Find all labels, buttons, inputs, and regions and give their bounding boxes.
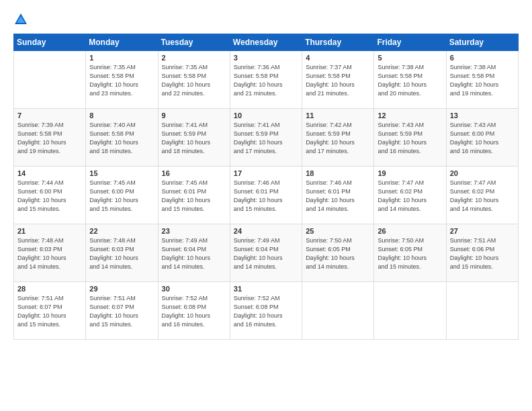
day-info: Sunrise: 7:45 AM Sunset: 6:00 PM Dayligh… — [89, 179, 154, 214]
day-info: Sunrise: 7:39 AM Sunset: 5:58 PM Dayligh… — [17, 121, 82, 156]
day-number: 4 — [306, 54, 370, 62]
calendar-cell: 17Sunrise: 7:46 AM Sunset: 6:01 PM Dayli… — [230, 167, 302, 224]
day-number: 16 — [162, 169, 226, 177]
day-info: Sunrise: 7:46 AM Sunset: 6:01 PM Dayligh… — [234, 179, 298, 214]
calendar-cell: 22Sunrise: 7:48 AM Sunset: 6:03 PM Dayli… — [86, 224, 158, 282]
day-number: 12 — [378, 111, 442, 120]
day-header-thursday: Thursday — [302, 34, 374, 51]
calendar-cell: 31Sunrise: 7:52 AM Sunset: 6:08 PM Dayli… — [230, 282, 302, 340]
day-info: Sunrise: 7:48 AM Sunset: 6:03 PM Dayligh… — [17, 236, 82, 271]
day-info: Sunrise: 7:42 AM Sunset: 5:59 PM Dayligh… — [306, 121, 370, 156]
day-number: 17 — [234, 169, 298, 177]
day-info: Sunrise: 7:51 AM Sunset: 6:06 PM Dayligh… — [450, 236, 515, 271]
day-number: 26 — [378, 227, 442, 235]
day-info: Sunrise: 7:40 AM Sunset: 5:58 PM Dayligh… — [89, 121, 154, 156]
day-number: 31 — [234, 285, 298, 293]
page: SundayMondayTuesdayWednesdayThursdayFrid… — [0, 0, 532, 411]
day-header-tuesday: Tuesday — [158, 34, 230, 51]
calendar-cell: 16Sunrise: 7:45 AM Sunset: 6:01 PM Dayli… — [158, 167, 230, 224]
day-info: Sunrise: 7:51 AM Sunset: 6:07 PM Dayligh… — [89, 294, 154, 329]
day-header-saturday: Saturday — [446, 34, 518, 51]
calendar-cell: 8Sunrise: 7:40 AM Sunset: 5:58 PM Daylig… — [86, 109, 158, 167]
day-info: Sunrise: 7:45 AM Sunset: 6:01 PM Dayligh… — [162, 179, 226, 214]
day-info: Sunrise: 7:38 AM Sunset: 5:58 PM Dayligh… — [450, 63, 515, 98]
day-number: 10 — [234, 111, 298, 120]
day-info: Sunrise: 7:48 AM Sunset: 6:03 PM Dayligh… — [89, 236, 154, 271]
day-number: 29 — [89, 285, 154, 293]
day-info: Sunrise: 7:50 AM Sunset: 6:05 PM Dayligh… — [306, 236, 370, 271]
day-info: Sunrise: 7:51 AM Sunset: 6:07 PM Dayligh… — [17, 294, 82, 329]
day-info: Sunrise: 7:49 AM Sunset: 6:04 PM Dayligh… — [162, 236, 226, 271]
calendar-cell: 24Sunrise: 7:49 AM Sunset: 6:04 PM Dayli… — [230, 224, 302, 282]
day-header-monday: Monday — [86, 34, 158, 51]
calendar-cell — [374, 282, 446, 340]
calendar-cell — [14, 51, 86, 109]
calendar-cell: 9Sunrise: 7:41 AM Sunset: 5:59 PM Daylig… — [158, 109, 230, 167]
logo — [13, 12, 31, 27]
calendar-cell: 15Sunrise: 7:45 AM Sunset: 6:00 PM Dayli… — [86, 167, 158, 224]
calendar-cell: 4Sunrise: 7:37 AM Sunset: 5:58 PM Daylig… — [302, 51, 374, 109]
day-number: 5 — [378, 54, 442, 62]
day-number: 6 — [450, 54, 515, 62]
day-number: 14 — [17, 169, 82, 177]
calendar-cell: 30Sunrise: 7:52 AM Sunset: 6:08 PM Dayli… — [158, 282, 230, 340]
day-info: Sunrise: 7:52 AM Sunset: 6:08 PM Dayligh… — [162, 294, 226, 329]
day-info: Sunrise: 7:43 AM Sunset: 6:00 PM Dayligh… — [450, 121, 515, 156]
day-number: 19 — [378, 169, 442, 177]
calendar-cell: 12Sunrise: 7:43 AM Sunset: 5:59 PM Dayli… — [374, 109, 446, 167]
day-number: 21 — [17, 227, 82, 235]
calendar-cell: 28Sunrise: 7:51 AM Sunset: 6:07 PM Dayli… — [14, 282, 86, 340]
week-row-3: 14Sunrise: 7:44 AM Sunset: 6:00 PM Dayli… — [14, 167, 519, 224]
day-number: 13 — [450, 111, 515, 120]
calendar-cell: 23Sunrise: 7:49 AM Sunset: 6:04 PM Dayli… — [158, 224, 230, 282]
day-number: 18 — [306, 169, 370, 177]
calendar-cell: 25Sunrise: 7:50 AM Sunset: 6:05 PM Dayli… — [302, 224, 374, 282]
calendar-cell: 2Sunrise: 7:35 AM Sunset: 5:58 PM Daylig… — [158, 51, 230, 109]
days-header-row: SundayMondayTuesdayWednesdayThursdayFrid… — [14, 34, 519, 51]
day-info: Sunrise: 7:41 AM Sunset: 5:59 PM Dayligh… — [162, 121, 226, 156]
day-number: 27 — [450, 227, 515, 235]
day-info: Sunrise: 7:41 AM Sunset: 5:59 PM Dayligh… — [234, 121, 298, 156]
day-info: Sunrise: 7:43 AM Sunset: 5:59 PM Dayligh… — [378, 121, 442, 156]
week-row-2: 7Sunrise: 7:39 AM Sunset: 5:58 PM Daylig… — [14, 109, 519, 167]
day-info: Sunrise: 7:38 AM Sunset: 5:58 PM Dayligh… — [378, 63, 442, 98]
calendar-cell: 14Sunrise: 7:44 AM Sunset: 6:00 PM Dayli… — [14, 167, 86, 224]
calendar-table: SundayMondayTuesdayWednesdayThursdayFrid… — [13, 34, 519, 340]
header — [13, 12, 519, 27]
calendar-cell: 19Sunrise: 7:47 AM Sunset: 6:02 PM Dayli… — [374, 167, 446, 224]
day-number: 23 — [162, 227, 226, 235]
day-number: 24 — [234, 227, 298, 235]
day-info: Sunrise: 7:36 AM Sunset: 5:58 PM Dayligh… — [234, 63, 298, 98]
day-info: Sunrise: 7:37 AM Sunset: 5:58 PM Dayligh… — [306, 63, 370, 98]
day-number: 3 — [234, 54, 298, 62]
calendar-cell: 3Sunrise: 7:36 AM Sunset: 5:58 PM Daylig… — [230, 51, 302, 109]
day-number: 20 — [450, 169, 515, 177]
day-number: 15 — [89, 169, 154, 177]
calendar-cell — [302, 282, 374, 340]
day-number: 28 — [17, 285, 82, 293]
day-number: 7 — [17, 111, 82, 120]
calendar-cell: 29Sunrise: 7:51 AM Sunset: 6:07 PM Dayli… — [86, 282, 158, 340]
calendar-cell — [446, 282, 518, 340]
day-info: Sunrise: 7:44 AM Sunset: 6:00 PM Dayligh… — [17, 179, 82, 214]
day-header-sunday: Sunday — [14, 34, 86, 51]
day-info: Sunrise: 7:52 AM Sunset: 6:08 PM Dayligh… — [234, 294, 298, 329]
calendar-cell: 11Sunrise: 7:42 AM Sunset: 5:59 PM Dayli… — [302, 109, 374, 167]
day-number: 22 — [89, 227, 154, 235]
week-row-1: 1Sunrise: 7:35 AM Sunset: 5:58 PM Daylig… — [14, 51, 519, 109]
week-row-4: 21Sunrise: 7:48 AM Sunset: 6:03 PM Dayli… — [14, 224, 519, 282]
week-row-5: 28Sunrise: 7:51 AM Sunset: 6:07 PM Dayli… — [14, 282, 519, 340]
day-info: Sunrise: 7:47 AM Sunset: 6:02 PM Dayligh… — [378, 179, 442, 214]
day-info: Sunrise: 7:49 AM Sunset: 6:04 PM Dayligh… — [234, 236, 298, 271]
calendar-cell: 1Sunrise: 7:35 AM Sunset: 5:58 PM Daylig… — [86, 51, 158, 109]
day-number: 2 — [162, 54, 226, 62]
calendar-cell: 27Sunrise: 7:51 AM Sunset: 6:06 PM Dayli… — [446, 224, 518, 282]
day-number: 11 — [306, 111, 370, 120]
day-info: Sunrise: 7:50 AM Sunset: 6:05 PM Dayligh… — [378, 236, 442, 271]
day-header-friday: Friday — [374, 34, 446, 51]
day-number: 1 — [89, 54, 154, 62]
calendar-cell: 20Sunrise: 7:47 AM Sunset: 6:02 PM Dayli… — [446, 167, 518, 224]
calendar-cell: 6Sunrise: 7:38 AM Sunset: 5:58 PM Daylig… — [446, 51, 518, 109]
calendar-cell: 10Sunrise: 7:41 AM Sunset: 5:59 PM Dayli… — [230, 109, 302, 167]
day-number: 25 — [306, 227, 370, 235]
